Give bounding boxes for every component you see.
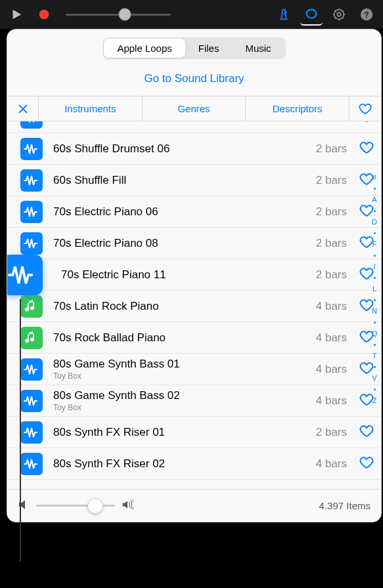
panel-footer: 4.397 Items — [7, 489, 381, 522]
items-count: 4.397 Items — [319, 500, 371, 511]
segment-files[interactable]: Files — [185, 39, 233, 58]
loop-bars: 2 bars — [316, 121, 347, 124]
loop-subtitle: Toy Box — [53, 403, 316, 412]
waveform-icon[interactable] — [20, 453, 43, 475]
clear-filter-button[interactable] — [7, 96, 39, 121]
loop-title: 80s Game Synth Bass 01Toy Box — [53, 358, 316, 381]
loop-bars: 2 bars — [316, 426, 347, 439]
waveform-icon[interactable] — [20, 421, 43, 444]
volume-high-icon — [122, 499, 133, 513]
list-item[interactable]: 60s Shuffle Fill2 bars — [7, 165, 381, 196]
loop-title: 80s Synth FX Riser 02 — [53, 457, 316, 471]
settings-icon[interactable] — [328, 3, 350, 26]
list-item[interactable]: 70s Electric Piano 062 bars — [7, 196, 381, 228]
list-item[interactable]: 70s Latin Rock Piano4 bars — [7, 291, 381, 322]
favorite-button[interactable] — [359, 266, 374, 284]
loop-bars: 2 bars — [316, 237, 347, 250]
loop-title: 70s Electric Piano 06 — [53, 205, 316, 219]
waveform-icon[interactable] — [20, 358, 43, 381]
favorite-button[interactable] — [359, 392, 374, 410]
loop-browser-icon[interactable] — [300, 3, 323, 26]
volume-slider[interactable] — [36, 505, 115, 507]
favorite-button[interactable] — [359, 329, 374, 347]
loop-title: 70s Electric Piano 08 — [53, 237, 316, 250]
loop-bars: 2 bars — [316, 174, 347, 187]
favorite-button[interactable] — [359, 455, 374, 473]
loop-bars: 4 bars — [316, 363, 347, 376]
loop-bars: 4 bars — [316, 300, 347, 313]
loop-title: 60s Shuffle Fill — [53, 174, 316, 187]
favorite-button[interactable] — [359, 234, 374, 253]
app-toolbar: ? — [0, 0, 383, 29]
svg-text:?: ? — [364, 10, 369, 20]
metronome-icon[interactable] — [273, 3, 295, 26]
segment-apple-loops[interactable]: Apple Loops — [104, 39, 185, 58]
source-segmented: Apple Loops Files Music — [7, 30, 381, 66]
list-item[interactable]: 80s Synth FX Riser 012 bars — [7, 417, 381, 448]
filter-bar: Instruments Genres Descriptors — [7, 96, 381, 121]
loop-bars: 2 bars — [316, 268, 347, 282]
filter-descriptors[interactable]: Descriptors — [246, 96, 349, 121]
waveform-icon[interactable] — [7, 255, 43, 295]
loop-bars: 4 bars — [316, 394, 347, 408]
favorite-button[interactable] — [359, 203, 374, 221]
loop-list: 60s Shuffle Drumset 052 bars60s Shuffle … — [7, 121, 381, 489]
list-item[interactable]: 60s Shuffle Drumset 052 bars — [7, 121, 381, 133]
loop-bars: 4 bars — [316, 331, 347, 345]
list-item[interactable]: 70s Electric Piano 112 bars — [7, 259, 381, 291]
loop-title: 70s Latin Rock Piano — [53, 300, 316, 313]
list-item[interactable]: 80s Game Synth Bass 01Toy Box4 bars — [7, 354, 381, 385]
toolbar-slider[interactable] — [66, 14, 171, 16]
loop-title: 70s Rock Ballad Piano — [53, 331, 316, 345]
waveform-icon[interactable] — [20, 390, 43, 412]
loop-title: 80s Synth FX Riser 01 — [53, 426, 316, 439]
favorite-button[interactable] — [359, 297, 374, 316]
music-note-icon[interactable] — [20, 327, 43, 349]
favorite-button[interactable] — [359, 121, 374, 127]
loop-bars: 2 bars — [316, 142, 347, 156]
list-item[interactable]: 70s Electric Piano 082 bars — [7, 228, 381, 259]
list-item[interactable]: 60s Shuffle Drumset 062 bars — [7, 133, 381, 165]
loop-title: 70s Electric Piano 11 — [61, 268, 316, 282]
play-button[interactable] — [5, 3, 28, 26]
favorite-button[interactable] — [359, 171, 374, 190]
loop-bars: 2 bars — [316, 205, 347, 219]
svg-point-0 — [39, 10, 49, 20]
list-item[interactable]: 80s Game Synth Bass 02Toy Box4 bars — [7, 385, 381, 417]
callout-line — [20, 299, 21, 562]
go-to-sound-library-link[interactable]: Go to Sound Library — [7, 66, 381, 96]
list-item[interactable]: 70s Rock Ballad Piano4 bars — [7, 322, 381, 354]
loop-bars: 4 bars — [316, 457, 347, 471]
loop-title: 60s Shuffle Drumset 05 — [53, 121, 316, 124]
filter-instruments[interactable]: Instruments — [39, 96, 143, 121]
waveform-icon[interactable] — [20, 121, 43, 129]
favorite-button[interactable] — [359, 423, 374, 442]
help-icon[interactable]: ? — [355, 3, 378, 26]
record-button[interactable] — [33, 3, 55, 26]
filter-favorites[interactable] — [349, 96, 381, 121]
loop-browser-panel: Apple Loops Files Music Go to Sound Libr… — [7, 29, 382, 522]
svg-point-1 — [307, 10, 317, 18]
favorite-button[interactable] — [359, 140, 374, 158]
music-note-icon[interactable] — [20, 295, 43, 318]
svg-point-3 — [337, 12, 341, 16]
waveform-icon[interactable] — [20, 201, 43, 223]
loop-title: 80s Game Synth Bass 02Toy Box — [53, 389, 316, 412]
loop-title: 60s Shuffle Drumset 06 — [53, 142, 316, 156]
waveform-icon[interactable] — [20, 232, 43, 255]
favorite-button[interactable] — [359, 360, 374, 379]
filter-genres[interactable]: Genres — [143, 96, 246, 121]
segment-music[interactable]: Music — [232, 39, 284, 58]
loop-subtitle: Toy Box — [53, 371, 316, 381]
waveform-icon[interactable] — [20, 169, 43, 192]
list-item[interactable]: 80s Synth FX Riser 024 bars — [7, 448, 381, 480]
waveform-icon[interactable] — [20, 138, 43, 160]
